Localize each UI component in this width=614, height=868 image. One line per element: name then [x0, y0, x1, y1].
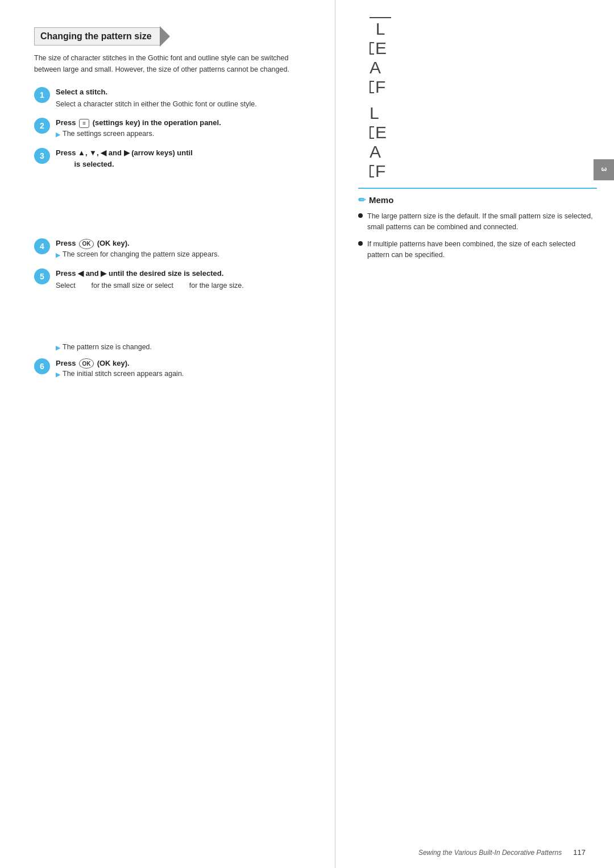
leaf-line-A2: A — [370, 143, 381, 160]
memo-icon: ✏ — [358, 195, 366, 205]
step-6-result: ▶ The initial stitch screen appears agai… — [56, 369, 312, 379]
step-4-result: ▶ The screen for changing the pattern si… — [56, 249, 312, 260]
memo-title: ✏ Memo — [358, 195, 597, 205]
step-5-sub: Select for the small size or select for … — [56, 280, 312, 291]
step-5-title: Press ◀ and ▶ until the desired size is … — [56, 268, 312, 279]
settings-key-icon — [79, 119, 89, 128]
page-container: Changing the pattern size The size of ch… — [0, 0, 614, 868]
memo-item-2: If multiple patterns have been combined,… — [358, 239, 597, 261]
intermediate-result: ▶ The pattern size is changed. — [56, 342, 312, 353]
step-2-result: ▶ The settings screen appears. — [56, 129, 312, 139]
step-1-sub: Select a character stitch in either the … — [56, 99, 312, 110]
intermediate-result-block: ▶ The pattern size is changed. — [34, 342, 312, 353]
step-5-number: 5 — [34, 268, 50, 284]
memo-bullet-1 — [358, 213, 363, 218]
step-3-image — [56, 174, 312, 225]
section-heading: Changing the pattern size — [34, 27, 160, 46]
triangle-bullet-6: ▶ — [56, 370, 60, 379]
step-1-number: 1 — [34, 87, 50, 103]
step-6-number: 6 — [34, 358, 50, 374]
page-title: Changing the pattern size — [40, 31, 152, 42]
step-1: 1 Select a stitch. Select a character st… — [34, 86, 312, 109]
step-6: 6 Press OK (OK key). ▶ The initial stitc… — [34, 358, 312, 380]
leaf-line-L2: L — [370, 105, 379, 122]
step-1-content: Select a stitch. Select a character stit… — [56, 86, 312, 109]
main-content: Changing the pattern size The size of ch… — [0, 0, 335, 868]
footer-text: Sewing the Various Built-In Decorative P… — [418, 849, 562, 857]
leaf-line-A: A — [370, 59, 381, 76]
step-2-number: 2 — [34, 118, 50, 134]
step-3-content: Press ▲, ▼, ◀ and ▶ (arrow keys) until i… — [56, 147, 312, 230]
memo-section: ✏ Memo The large pattern size is the def… — [358, 188, 597, 261]
step-5: 5 Press ◀ and ▶ until the desired size i… — [34, 268, 312, 334]
leaf-line-E: E — [370, 39, 387, 58]
step-2-content: Press (settings key) in the operation pa… — [56, 117, 312, 139]
step-1-title: Select a stitch. — [56, 86, 312, 98]
step-4-content: Press OK (OK key). ▶ The screen for chan… — [56, 238, 312, 260]
ok-key-6: OK — [79, 358, 94, 369]
step-4-title: Press OK (OK key). — [56, 238, 312, 249]
step-6-content: Press OK (OK key). ▶ The initial stitch … — [56, 358, 312, 380]
memo-bullet-2 — [358, 241, 363, 246]
step-3-title: Press ▲, ▼, ◀ and ▶ (arrow keys) until i… — [56, 147, 312, 170]
leaf-decoration: L E A F L — [370, 17, 391, 181]
chapter-tab: 3 — [594, 159, 614, 180]
step-3-number: 3 — [34, 148, 50, 164]
step-4-number: 4 — [34, 238, 50, 254]
leaf-line-F2: F — [370, 162, 385, 181]
triangle-bullet-4: ▶ — [56, 250, 60, 260]
leaf-line-E2: E — [370, 123, 387, 142]
ok-key-4: OK — [79, 239, 94, 249]
page-number: 117 — [573, 848, 586, 857]
leaf-line-F: F — [370, 77, 385, 97]
step-6-title: Press OK (OK key). — [56, 358, 312, 369]
step-5-image — [56, 295, 312, 329]
step-5-content: Press ◀ and ▶ until the desired size is … — [56, 268, 312, 334]
triangle-bullet-mid: ▶ — [56, 343, 60, 353]
page-footer: Sewing the Various Built-In Decorative P… — [0, 848, 614, 857]
leaf-line-L: L — [370, 17, 391, 38]
memo-item-1: The large pattern size is the default. I… — [358, 211, 597, 233]
step-4: 4 Press OK (OK key). ▶ The screen for ch… — [34, 238, 312, 260]
triangle-bullet: ▶ — [56, 130, 60, 139]
step-3: 3 Press ▲, ▼, ◀ and ▶ (arrow keys) until… — [34, 147, 312, 230]
right-sidebar: L E A F L — [335, 0, 614, 868]
step-2-title: Press (settings key) in the operation pa… — [56, 117, 312, 129]
step-2: 2 Press (settings key) in the operation … — [34, 117, 312, 139]
intro-text: The size of character stitches in the Go… — [34, 52, 312, 75]
